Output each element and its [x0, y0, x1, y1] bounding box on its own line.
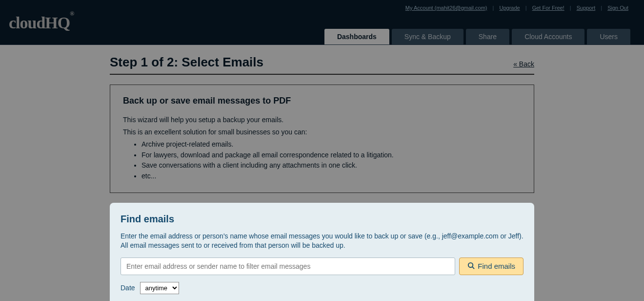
sign-out-link[interactable]: Sign Out	[607, 5, 628, 11]
tab-users[interactable]: Users	[587, 29, 630, 44]
tab-sync-backup[interactable]: Sync & Backup	[392, 29, 463, 44]
info-p2: This is an excellent solution for small …	[123, 127, 521, 137]
back-link[interactable]: « Back	[513, 60, 534, 68]
top-links: My Account (mahit26@gmail.com) | Upgrade…	[403, 5, 630, 11]
email-filter-input[interactable]	[121, 258, 455, 275]
find-emails-panel: Find emails Enter the email address or p…	[110, 203, 534, 301]
search-icon	[467, 262, 475, 271]
tab-dashboards[interactable]: Dashboards	[324, 29, 389, 44]
find-button-label: Find emails	[478, 262, 515, 270]
find-emails-button[interactable]: Find emails	[459, 258, 523, 275]
upgrade-link[interactable]: Upgrade	[499, 5, 520, 11]
my-account-link[interactable]: My Account (mahit26@gmail.com)	[405, 5, 487, 11]
tab-share[interactable]: Share	[466, 29, 509, 44]
info-list: Archive project-related emails. For lawy…	[141, 139, 521, 182]
info-box: Back up or save email messages to PDF Th…	[110, 85, 534, 193]
step-header: Step 1 of 2: Select Emails « Back	[110, 55, 534, 75]
logo: cloudHQ®	[9, 14, 74, 32]
info-li4: etc...	[141, 171, 521, 182]
page-title: Step 1 of 2: Select Emails	[110, 55, 263, 70]
date-select[interactable]: anytime	[140, 282, 179, 294]
tab-cloud-accounts[interactable]: Cloud Accounts	[512, 29, 584, 44]
find-description: Enter the email address or person's name…	[121, 232, 523, 251]
info-li2: For lawyers, download and package all em…	[141, 150, 521, 161]
search-row: Find emails	[121, 258, 523, 275]
info-p1: This wizard will help you setup a backup…	[123, 115, 521, 125]
info-li1: Archive project-related emails.	[141, 139, 521, 150]
info-heading: Back up or save email messages to PDF	[123, 96, 521, 106]
main-content: Step 1 of 2: Select Emails « Back Back u…	[110, 45, 534, 301]
info-li3: Save conversations with a client includi…	[141, 160, 521, 171]
support-link[interactable]: Support	[577, 5, 596, 11]
find-heading: Find emails	[121, 214, 523, 225]
header: cloudHQ® My Account (mahit26@gmail.com) …	[0, 0, 644, 45]
svg-point-0	[468, 263, 473, 267]
main-tabs: Dashboards Sync & Backup Share Cloud Acc…	[324, 29, 630, 44]
svg-line-1	[473, 267, 475, 269]
date-row: Date anytime	[121, 282, 523, 294]
get-free-link[interactable]: Get For Free!	[532, 5, 564, 11]
date-label: Date	[121, 284, 135, 292]
